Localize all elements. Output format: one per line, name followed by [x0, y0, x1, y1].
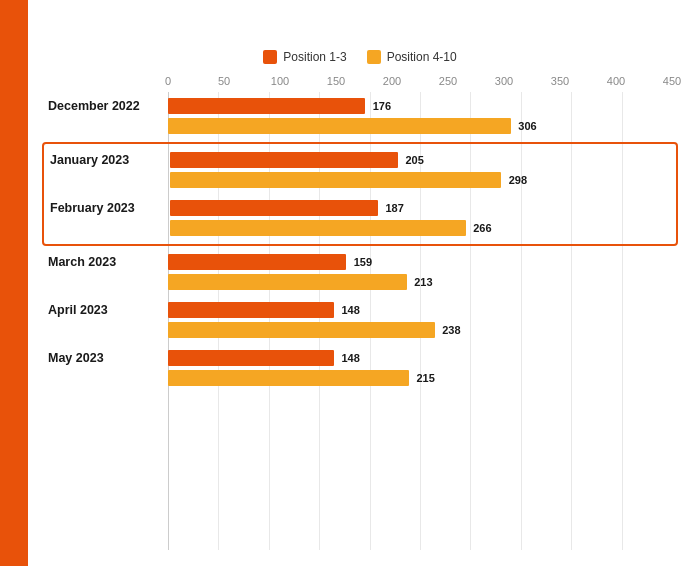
bar-row: January 2023205 — [50, 151, 670, 169]
bar-container: 148 — [168, 349, 672, 367]
bar-row: 215 — [48, 369, 672, 387]
x-tick: 250 — [439, 75, 457, 87]
bar: 215 — [168, 370, 409, 386]
bar-row: 306 — [48, 117, 672, 135]
bar-container: 266 — [170, 219, 670, 237]
legend-color — [367, 50, 381, 64]
bar-container: 215 — [168, 369, 672, 387]
bar-value: 298 — [509, 174, 527, 186]
x-tick: 0 — [165, 75, 171, 87]
bar: 159 — [168, 254, 346, 270]
chart-row-group: April 2023148238 — [48, 296, 672, 344]
x-tick: 50 — [218, 75, 230, 87]
bar: 238 — [168, 322, 435, 338]
bar-row: 238 — [48, 321, 672, 339]
bar-row: 213 — [48, 273, 672, 291]
x-tick: 450 — [663, 75, 681, 87]
bar: 176 — [168, 98, 365, 114]
legend-item: Position 1-3 — [263, 50, 346, 64]
main-content: Position 1-3Position 4-10 05010015020025… — [28, 0, 700, 566]
chart-row-group: January 2023205298 — [50, 146, 670, 194]
bar-value: 187 — [385, 202, 403, 214]
x-tick: 150 — [327, 75, 345, 87]
bar-container: 148 — [168, 301, 672, 319]
legend-label: Position 4-10 — [387, 50, 457, 64]
highlight-box: January 2023205298February 2023187266 — [42, 142, 678, 246]
row-label: April 2023 — [48, 303, 168, 317]
sidebar-accent — [0, 0, 28, 566]
bar-container: 159 — [168, 253, 672, 271]
row-label: February 2023 — [50, 201, 170, 215]
bar: 298 — [170, 172, 501, 188]
bar-container: 187 — [170, 199, 670, 217]
bar: 306 — [168, 118, 511, 134]
bar-value: 159 — [354, 256, 372, 268]
bar: 148 — [168, 302, 334, 318]
x-tick: 400 — [607, 75, 625, 87]
legend-item: Position 4-10 — [367, 50, 457, 64]
bar-value: 215 — [416, 372, 434, 384]
row-label: January 2023 — [50, 153, 170, 167]
legend-label: Position 1-3 — [283, 50, 346, 64]
bar-value: 148 — [341, 304, 359, 316]
bar-container: 213 — [168, 273, 672, 291]
chart-row-group: December 2022176306 — [48, 92, 672, 140]
bar-value: 306 — [518, 120, 536, 132]
bar-value: 266 — [473, 222, 491, 234]
bar-row: May 2023148 — [48, 349, 672, 367]
bar-container: 298 — [170, 171, 670, 189]
chart-body: December 2022176306January 2023205298Feb… — [48, 92, 672, 550]
row-label: May 2023 — [48, 351, 168, 365]
bar-row: March 2023159 — [48, 253, 672, 271]
row-label: March 2023 — [48, 255, 168, 269]
x-tick: 100 — [271, 75, 289, 87]
bar-container: 238 — [168, 321, 672, 339]
bar-value: 148 — [341, 352, 359, 364]
chart-wrapper: 050100150200250300350400450 December 202… — [48, 72, 672, 550]
bar-row: 266 — [50, 219, 670, 237]
chart-row-group: February 2023187266 — [50, 194, 670, 242]
bar-row: 298 — [50, 171, 670, 189]
x-tick: 350 — [551, 75, 569, 87]
bar-value: 213 — [414, 276, 432, 288]
bar-value: 238 — [442, 324, 460, 336]
row-label: December 2022 — [48, 99, 168, 113]
bar-container: 306 — [168, 117, 672, 135]
bar: 187 — [170, 200, 378, 216]
bar: 266 — [170, 220, 466, 236]
bar-row: April 2023148 — [48, 301, 672, 319]
x-tick: 200 — [383, 75, 401, 87]
chart-row-group: May 2023148215 — [48, 344, 672, 392]
bar-value: 176 — [373, 100, 391, 112]
bar-value: 205 — [405, 154, 423, 166]
chart-row-group: March 2023159213 — [48, 248, 672, 296]
legend-color — [263, 50, 277, 64]
bar-row: February 2023187 — [50, 199, 670, 217]
bar: 213 — [168, 274, 407, 290]
bar: 148 — [168, 350, 334, 366]
bar: 205 — [170, 152, 398, 168]
x-axis: 050100150200250300350400450 — [168, 72, 672, 90]
x-tick: 300 — [495, 75, 513, 87]
bar-row: December 2022176 — [48, 97, 672, 115]
legend: Position 1-3Position 4-10 — [48, 50, 672, 64]
bar-container: 205 — [170, 151, 670, 169]
bar-container: 176 — [168, 97, 672, 115]
